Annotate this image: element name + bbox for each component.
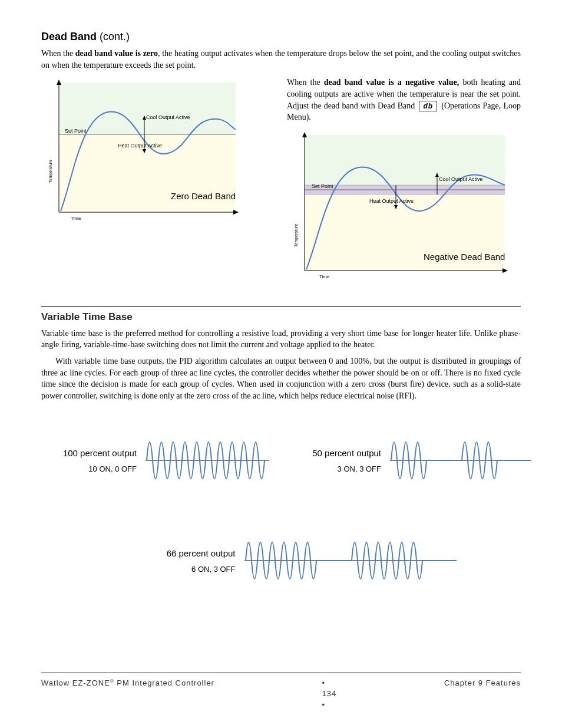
wave-row-bottom: 66 percent output 6 ON, 3 OFF (41, 519, 521, 602)
svg-text:Negative Dead Band: Negative Dead Band (424, 252, 505, 262)
registered-icon: ® (110, 678, 114, 684)
subsection-heading: Variable Time Base (41, 306, 521, 324)
section-heading: Dead Band (cont.) (41, 29, 521, 44)
wave-title-66: 66 percent output (106, 547, 236, 559)
footer-right: Chapter 9 Features (444, 678, 521, 710)
label-temp: Temperature (48, 160, 53, 183)
footer-product-sub: PM Integrated Controller (114, 679, 214, 688)
text-bold: dead band value is a negative value, (324, 78, 459, 87)
svg-marker-6 (233, 210, 239, 215)
wave-title-100: 100 percent output (31, 447, 137, 459)
label-time: Time (71, 216, 81, 221)
section-title-text: Dead Band (41, 31, 97, 42)
wave-row-top: 100 percent output 10 ON, 0 OFF 50 perce… (41, 419, 521, 502)
wave-sub-50: 3 ON, 3 OFF (287, 464, 381, 475)
text: When the (287, 78, 324, 87)
wave-svg-66 (244, 519, 457, 602)
graphs-row: Set Point Cool Output Active Heat Output… (41, 77, 521, 282)
chart-title-zero: Zero Dead Band (171, 191, 236, 201)
zero-deadband-chart: Set Point Cool Output Active Heat Output… (41, 77, 242, 218)
footer-left: Watlow EZ-ZONE® PM Integrated Controller (41, 678, 214, 710)
footer-center: • 134 • (322, 678, 337, 710)
db-param-label: db (419, 101, 437, 111)
footer-product: Watlow EZ-ZONE (41, 679, 110, 688)
svg-text:Cool Output Active: Cool Output Active (439, 176, 483, 182)
paragraph-negative-deadband: When the dead band value is a negative v… (287, 77, 521, 123)
vtb-paragraph-2: With variable time base outputs, the PID… (41, 355, 521, 401)
paragraph-zero-deadband: When the dead band value is zero, the he… (41, 48, 521, 71)
svg-text:Temperature: Temperature (294, 224, 299, 247)
wave-group-100: 100 percent output 10 ON, 0 OFF (31, 419, 269, 502)
label-heat: Heat Output Active (118, 143, 162, 149)
label-setpoint: Set Point (65, 128, 87, 134)
wave-sub-66: 6 ON, 3 OFF (106, 564, 236, 575)
text-bold: dead band value is zero (75, 49, 158, 58)
svg-text:Set Point: Set Point (312, 183, 333, 189)
wave-labels-66: 66 percent output 6 ON, 3 OFF (106, 547, 236, 575)
svg-marker-19 (302, 132, 307, 137)
zero-deadband-svg: Set Point Cool Output Active Heat Output… (41, 77, 242, 224)
wave-sub-100: 10 ON, 0 OFF (31, 464, 137, 475)
wave-labels-100: 100 percent output 10 ON, 0 OFF (31, 447, 137, 475)
svg-marker-5 (57, 80, 61, 85)
negative-deadband-col: When the dead band value is a negative v… (287, 77, 521, 282)
section-cont: (cont.) (100, 31, 130, 42)
text: When the (41, 49, 75, 58)
negative-deadband-svg: Set Point Cool Output Active Heat Output… (287, 129, 511, 282)
wave-svg-50 (390, 419, 531, 502)
wave-svg-100 (146, 419, 269, 502)
svg-marker-20 (503, 268, 508, 273)
negative-deadband-chart: Set Point Cool Output Active Heat Output… (287, 129, 511, 282)
label-cool: Cool Output Active (146, 114, 190, 120)
svg-text:Heat Output Active: Heat Output Active (369, 198, 414, 204)
wave-group-50: 50 percent output 3 ON, 3 OFF (287, 419, 531, 502)
svg-text:Time: Time (319, 274, 330, 279)
wave-title-50: 50 percent output (287, 447, 381, 459)
vtb-paragraph-1: Variable time base is the preferred meth… (41, 328, 521, 351)
page-number: 134 (322, 689, 337, 698)
wave-labels-50: 50 percent output 3 ON, 3 OFF (287, 447, 381, 475)
svg-rect-0 (59, 83, 236, 134)
wave-group-66: 66 percent output 6 ON, 3 OFF (106, 519, 457, 602)
zero-deadband-chart-col: Set Point Cool Output Active Heat Output… (41, 77, 275, 282)
waveform-section: 100 percent output 10 ON, 0 OFF 50 perce… (41, 419, 521, 602)
page-footer: Watlow EZ-ZONE® PM Integrated Controller… (41, 673, 521, 710)
